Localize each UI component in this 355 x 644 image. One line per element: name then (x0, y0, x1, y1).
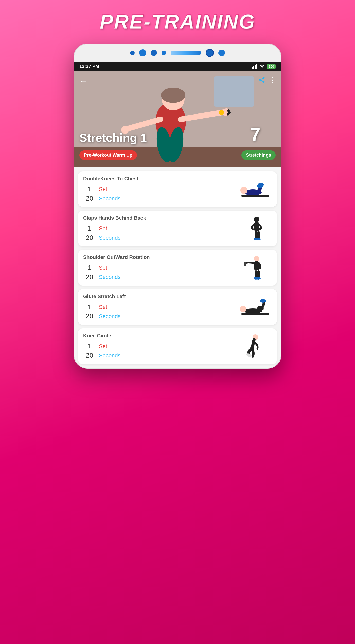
svg-point-32 (240, 187, 247, 194)
svg-line-28 (261, 80, 263, 82)
seconds-count-1: 20 (83, 195, 96, 202)
seconds-label-1: Seconds (99, 195, 121, 202)
seconds-count-5: 20 (83, 352, 96, 359)
hero-countdown: 7 (250, 124, 260, 145)
hardware-dot-4 (162, 51, 166, 55)
status-right: 100 (252, 64, 276, 69)
signal-icon (252, 64, 257, 69)
seconds-label-4: Seconds (99, 313, 121, 320)
category-badge: Stretchings (241, 150, 276, 160)
sets-count-2: 1 (83, 224, 96, 232)
svg-point-14 (161, 88, 185, 103)
sets-count-5: 1 (83, 342, 96, 350)
svg-point-26 (259, 79, 261, 81)
svg-rect-45 (257, 270, 260, 278)
exercise-name-5: Knee Circle (83, 333, 239, 339)
seconds-row-3: 20 Seconds (83, 273, 239, 281)
svg-point-50 (240, 306, 246, 312)
svg-rect-0 (252, 67, 253, 69)
seconds-row-1: 20 Seconds (83, 195, 239, 202)
svg-rect-1 (253, 66, 254, 69)
set-label-4: Set (99, 304, 107, 310)
seconds-label-2: Seconds (99, 235, 121, 241)
seconds-row-2: 20 Seconds (83, 234, 239, 242)
exercise-stats-3: 1 Set 20 Seconds (83, 264, 239, 281)
svg-point-47 (256, 277, 261, 280)
hardware-dot-2 (139, 49, 146, 56)
exercise-card-3[interactable]: Shoulder OutWard Rotation 1 Set 20 Secon… (78, 250, 277, 286)
status-time: 12:37 PM (79, 64, 99, 69)
exercise-info-4: Glute Stretch Left 1 Set 20 Seconds (83, 294, 239, 320)
exercise-image-2 (239, 216, 272, 241)
seconds-row-5: 20 Seconds (83, 352, 239, 359)
svg-line-29 (261, 78, 263, 80)
svg-rect-11 (214, 76, 254, 107)
workout-type-badge: Pre-Workout Warm Up (79, 150, 137, 160)
set-label-2: Set (99, 225, 107, 232)
seconds-count-3: 20 (83, 273, 96, 281)
exercise-image-1 (239, 177, 272, 202)
svg-point-25 (263, 77, 265, 79)
back-button[interactable]: ← (79, 76, 87, 86)
svg-point-40 (256, 238, 261, 240)
hardware-bar (171, 51, 201, 55)
exercise-stats-1: 1 Set 20 Seconds (83, 185, 239, 202)
svg-rect-3 (256, 64, 257, 69)
status-bar: 12:37 PM 100 (74, 62, 281, 71)
sets-count-4: 1 (83, 303, 96, 311)
svg-point-34 (257, 184, 263, 188)
exercise-stats-4: 1 Set 20 Seconds (83, 303, 239, 320)
sets-row-4: 1 Set (83, 303, 239, 311)
svg-point-19 (219, 110, 224, 115)
phone-hardware-bar (74, 44, 281, 62)
sets-row-5: 1 Set (83, 342, 239, 350)
page-title: PRE-TRAINING (100, 10, 255, 33)
seconds-row-4: 20 Seconds (83, 312, 239, 320)
share-button[interactable] (258, 76, 265, 85)
more-button[interactable]: ⋮ (269, 76, 276, 84)
exercise-image-4 (239, 294, 272, 320)
exercise-info-2: Claps Hands Behind Back 1 Set 20 Seconds (83, 215, 239, 242)
exercise-stats-5: 1 Set 20 Seconds (83, 342, 239, 359)
sets-row-2: 1 Set (83, 224, 239, 232)
exercise-name-2: Claps Hands Behind Back (83, 215, 239, 221)
exercise-card-5[interactable]: Knee Circle 1 Set 20 Seconds (78, 328, 277, 364)
seconds-count-2: 20 (83, 234, 96, 242)
svg-rect-44 (255, 270, 257, 278)
hero-section: ← ⋮ Stretching 1 7 Pre-Workout Warm Up S… (74, 71, 281, 167)
seconds-label-3: Seconds (99, 274, 121, 280)
svg-point-27 (263, 81, 265, 83)
exercise-image-3 (239, 255, 272, 280)
exercise-card-1[interactable]: DoubleKnees To Chest 1 Set 20 Seconds (78, 171, 277, 207)
seconds-count-4: 20 (83, 312, 96, 320)
exercise-list: DoubleKnees To Chest 1 Set 20 Seconds (74, 167, 281, 368)
seconds-label-5: Seconds (99, 352, 121, 359)
sets-row-1: 1 Set (83, 185, 239, 193)
svg-rect-37 (255, 231, 257, 239)
svg-rect-48 (241, 313, 269, 315)
svg-point-4 (262, 67, 263, 68)
sets-count-1: 1 (83, 185, 96, 193)
hardware-dot-3 (151, 50, 157, 56)
exercise-stats-2: 1 Set 20 Seconds (83, 224, 239, 242)
exercise-name-1: DoubleKnees To Chest (83, 176, 239, 182)
exercise-name-3: Shoulder OutWard Rotation (83, 254, 239, 260)
set-label-3: Set (99, 264, 107, 271)
exercise-card-4[interactable]: Glute Stretch Left 1 Set 20 Seconds (78, 289, 277, 325)
set-label-5: Set (99, 343, 107, 350)
svg-point-51 (260, 299, 266, 303)
svg-rect-2 (255, 65, 256, 69)
svg-rect-36 (254, 222, 259, 231)
exercise-image-5 (239, 334, 272, 359)
svg-point-41 (254, 256, 259, 261)
svg-point-35 (254, 217, 259, 222)
phone-mockup: 12:37 PM 100 (74, 44, 281, 369)
svg-rect-43 (244, 262, 246, 266)
hardware-dot-1 (130, 51, 135, 55)
wifi-icon (259, 64, 265, 69)
exercise-info-3: Shoulder OutWard Rotation 1 Set 20 Secon… (83, 254, 239, 281)
exercise-card-2[interactable]: Claps Hands Behind Back 1 Set 20 Seconds (78, 211, 277, 246)
hero-exercise-title: Stretching 1 (79, 131, 147, 145)
exercise-name-4: Glute Stretch Left (83, 294, 239, 299)
svg-point-24 (227, 113, 229, 116)
